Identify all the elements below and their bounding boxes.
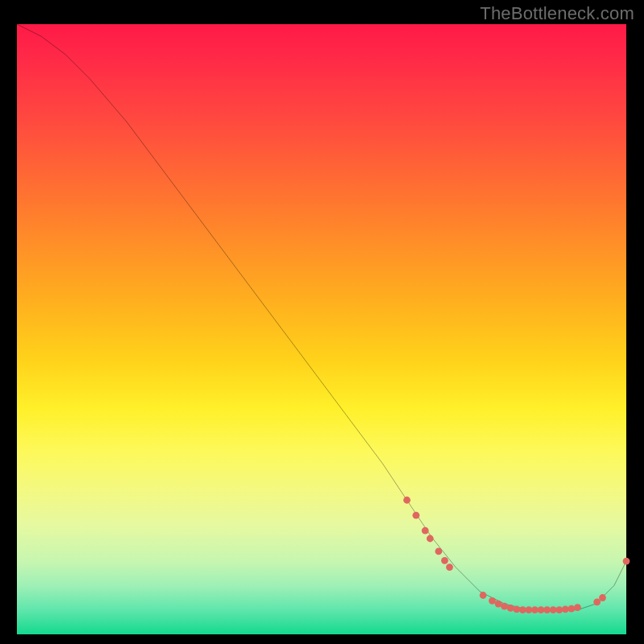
curve-layer (17, 24, 626, 634)
curve-marker (562, 606, 569, 613)
curve-marker (403, 497, 411, 504)
curve-marker (513, 606, 520, 613)
curve-marker (427, 535, 434, 543)
curve-marker (574, 604, 581, 611)
plot-area (17, 24, 626, 634)
curve-marker (538, 606, 545, 613)
curve-marker (568, 605, 575, 613)
curve-marker (422, 527, 429, 535)
curve-marker (501, 603, 508, 610)
curve-marker (435, 548, 442, 555)
attribution-label: TheBottleneck.com (480, 3, 634, 24)
curve-marker (480, 592, 487, 599)
curve-marker (531, 606, 539, 613)
curve-marker (599, 594, 606, 601)
bottleneck-curve (17, 24, 626, 610)
curve-marker (412, 512, 419, 519)
curve-marker (525, 606, 532, 613)
curve-marker (495, 601, 502, 608)
curve-marker (550, 606, 557, 613)
curve-marker (519, 606, 526, 613)
chart-frame: TheBottleneck.com (0, 0, 644, 644)
curve-marker (489, 597, 496, 605)
curve-marker (507, 605, 514, 612)
curve-marker (441, 557, 448, 564)
curve-marker (555, 606, 563, 613)
curve-markers (403, 497, 630, 613)
curve-marker (543, 606, 551, 613)
curve-marker (623, 558, 630, 565)
curve-marker (446, 564, 453, 571)
